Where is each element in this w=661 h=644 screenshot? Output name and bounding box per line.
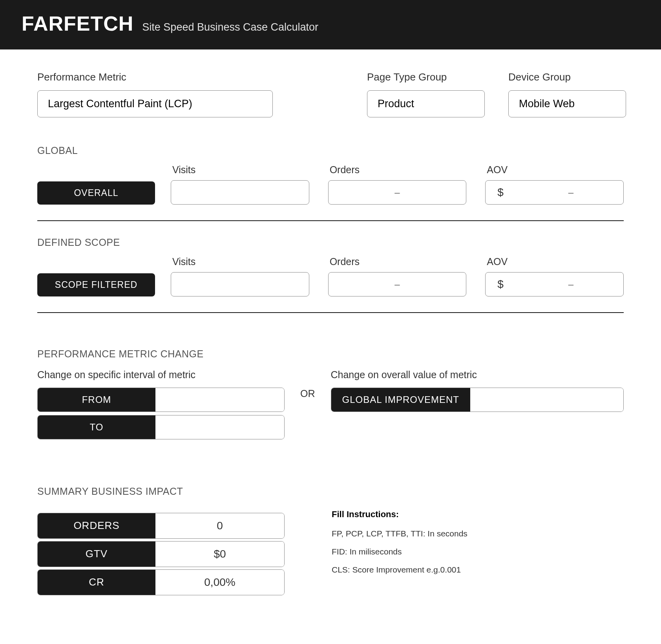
instruction-line: CLS: Score Improvement e.g.0.001 (332, 565, 624, 574)
to-input[interactable] (155, 415, 284, 439)
to-row: TO (37, 415, 285, 439)
scope-aov-col: AOV $ – (485, 256, 624, 296)
page-type-select[interactable]: Product (367, 90, 485, 117)
global-orders-col: Orders – (328, 164, 467, 205)
scope-row: SCOPE FILTERED Visits Orders – AOV $ – (37, 256, 624, 296)
summary-value: 0 (155, 513, 284, 538)
metric-label: AOV (485, 164, 624, 176)
from-row: FROM (37, 388, 285, 412)
performance-change-section: PERFORMANCE METRIC CHANGE Change on spec… (37, 348, 624, 443)
global-visits-input[interactable] (171, 180, 309, 205)
section-heading: PERFORMANCE METRIC CHANGE (37, 348, 624, 360)
summary-section: SUMMARY BUSINESS IMPACT ORDERS 0 GTV $0 … (37, 486, 624, 598)
global-visits-col: Visits (171, 164, 309, 205)
scope-filtered-badge: SCOPE FILTERED (37, 273, 155, 296)
aov-value: – (527, 187, 615, 198)
overall-badge: OVERALL (37, 181, 155, 205)
section-heading: SUMMARY BUSINESS IMPACT (37, 486, 285, 497)
filter-performance-metric: Performance Metric Largest Contentful Pa… (37, 71, 273, 117)
summary-table: ORDERS 0 GTV $0 CR 0,00% (37, 513, 285, 595)
to-label: TO (38, 415, 155, 439)
instruction-line: FID: In miliseconds (332, 547, 624, 556)
metric-label: Orders (328, 164, 467, 176)
aov-value: – (527, 279, 615, 290)
scope-visits-input[interactable] (171, 272, 309, 296)
logo: FARFETCH (22, 12, 133, 35)
filter-device-group: Device Group Mobile Web (508, 71, 626, 117)
global-aov-input[interactable]: $ – (485, 180, 624, 205)
performance-metric-select[interactable]: Largest Contentful Paint (LCP) (37, 90, 273, 117)
scope-orders-input[interactable]: – (328, 272, 467, 296)
global-orders-input[interactable]: – (328, 180, 467, 205)
summary-row-orders: ORDERS 0 (37, 513, 285, 539)
global-aov-col: AOV $ – (485, 164, 624, 205)
filter-label: Performance Metric (37, 71, 273, 83)
scope-section: DEFINED SCOPE SCOPE FILTERED Visits Orde… (37, 237, 624, 296)
divider (37, 220, 624, 221)
instructions-title: Fill Instructions: (332, 509, 624, 520)
instructions: Fill Instructions: FP, PCP, LCP, TTFB, T… (332, 486, 624, 598)
content-area: Performance Metric Largest Contentful Pa… (0, 49, 661, 621)
metric-label: Visits (171, 164, 309, 176)
interval-change: Change on specific interval of metric FR… (37, 369, 285, 443)
summary-row-gtv: GTV $0 (37, 541, 285, 567)
divider (37, 312, 624, 313)
section-heading: DEFINED SCOPE (37, 237, 624, 248)
global-improvement-row: GLOBAL IMPROVEMENT (331, 388, 624, 412)
global-improvement-label: GLOBAL IMPROVEMENT (331, 388, 471, 412)
from-input[interactable] (155, 388, 284, 412)
from-label: FROM (38, 388, 155, 412)
filter-label: Device Group (508, 71, 626, 83)
overall-change: Change on overall value of metric GLOBAL… (331, 369, 624, 412)
device-group-select[interactable]: Mobile Web (508, 90, 626, 117)
instruction-line: FP, PCP, LCP, TTFB, TTI: In seconds (332, 529, 624, 538)
filters-row: Performance Metric Largest Contentful Pa… (37, 71, 624, 117)
summary-label: GTV (38, 542, 155, 567)
sublabel: Change on overall value of metric (331, 369, 624, 381)
scope-visits-col: Visits (171, 256, 309, 296)
summary-value: 0,00% (155, 570, 284, 595)
summary-value: $0 (155, 542, 284, 567)
change-row: Change on specific interval of metric FR… (37, 369, 624, 443)
app-header: FARFETCH Site Speed Business Case Calcul… (0, 0, 661, 49)
metric-label: Orders (328, 256, 467, 267)
currency-symbol: $ (497, 186, 504, 199)
metric-label: Visits (171, 256, 309, 267)
summary-left: SUMMARY BUSINESS IMPACT ORDERS 0 GTV $0 … (37, 486, 285, 598)
metric-label: AOV (485, 256, 624, 267)
or-separator: OR (285, 369, 331, 399)
summary-row-cr: CR 0,00% (37, 569, 285, 595)
scope-orders-col: Orders – (328, 256, 467, 296)
filter-page-type: Page Type Group Product (367, 71, 485, 117)
currency-symbol: $ (497, 278, 504, 291)
summary-label: CR (38, 570, 155, 595)
sublabel: Change on specific interval of metric (37, 369, 285, 381)
scope-aov-input[interactable]: $ – (485, 272, 624, 296)
section-heading: GLOBAL (37, 145, 624, 156)
summary-label: ORDERS (38, 513, 155, 538)
global-section: GLOBAL OVERALL Visits Orders – AOV $ – (37, 145, 624, 205)
global-row: OVERALL Visits Orders – AOV $ – (37, 164, 624, 205)
filter-label: Page Type Group (367, 71, 485, 83)
page-title: Site Speed Business Case Calculator (142, 21, 318, 33)
global-improvement-input[interactable] (470, 388, 623, 412)
global-metrics: Visits Orders – AOV $ – (171, 164, 624, 205)
scope-metrics: Visits Orders – AOV $ – (171, 256, 624, 296)
